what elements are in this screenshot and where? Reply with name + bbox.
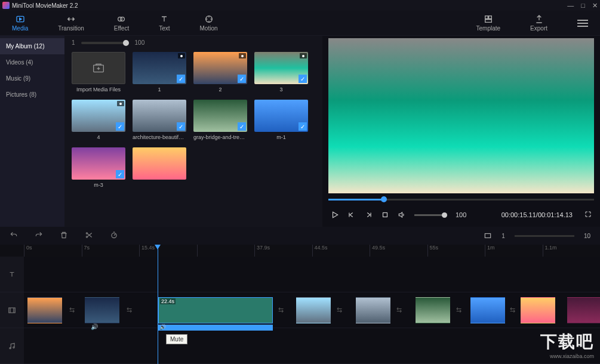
delete-button[interactable]	[60, 231, 68, 240]
volume-value: 100	[456, 211, 466, 218]
timeline-clip[interactable]	[85, 297, 119, 323]
media-thumb[interactable]: ✓	[72, 147, 125, 180]
tab-transition[interactable]: Transition	[58, 14, 84, 32]
timeline-clip[interactable]	[296, 297, 331, 323]
check-icon: ✓	[299, 75, 307, 83]
undo-button[interactable]	[10, 231, 18, 240]
ruler-mark: 55s	[427, 245, 485, 257]
transition-slot[interactable]: ⇆	[506, 297, 518, 323]
svg-rect-8	[383, 213, 387, 217]
sidebar-item-pictures[interactable]: Pictures (8)	[0, 87, 64, 103]
media-grid: Import Media Files ✓1 ✓2 ✓3 ✓4 ✓architec…	[64, 50, 322, 227]
next-frame-button[interactable]	[364, 211, 373, 219]
transition-slot[interactable]: ⇆	[333, 297, 345, 323]
transition-slot[interactable]: ⇆	[453, 297, 464, 323]
check-icon: ✓	[299, 122, 307, 131]
media-label: 2	[219, 87, 221, 92]
tab-text[interactable]: Text	[159, 14, 170, 32]
sidebar-item-myalbum[interactable]: My Album (12)	[0, 38, 64, 54]
timecode: 00:00:15.11/00:01:14.13	[501, 211, 573, 218]
timeline-clip[interactable]	[416, 297, 450, 323]
import-media-button[interactable]	[72, 52, 125, 84]
timeline-clip[interactable]	[567, 297, 600, 323]
tab-effect[interactable]: Effect	[114, 14, 129, 32]
preview-screen[interactable]	[328, 38, 594, 193]
transition-slot[interactable]: ⇆	[66, 297, 78, 323]
volume-slider[interactable]	[414, 214, 447, 216]
text-track-label	[0, 257, 24, 292]
minimize-button[interactable]: —	[567, 2, 574, 10]
check-icon: ✓	[116, 122, 124, 131]
stop-button[interactable]	[381, 211, 389, 219]
tab-motion[interactable]: Motion	[200, 14, 218, 32]
timeline-tracks[interactable]: ⇆ 🔊 ⇆ 22.4s 🔊 Mute ⇆ ⇆ ⇆ ⇆ ⇆	[24, 257, 600, 364]
svg-point-10	[86, 236, 87, 237]
video-track-label	[0, 292, 24, 328]
ruler-mark: 1m	[485, 245, 543, 257]
fit-button[interactable]	[484, 232, 492, 240]
timeline-clip[interactable]	[470, 297, 505, 323]
media-thumb[interactable]: ✓	[254, 100, 308, 132]
transition-slot[interactable]: ⇆	[123, 297, 135, 323]
timeline-zoom-slider[interactable]	[515, 235, 574, 237]
media-thumb[interactable]: ✓	[193, 100, 247, 132]
media-thumb[interactable]	[133, 147, 186, 180]
media-icon	[16, 14, 25, 24]
media-thumb[interactable]: ✓	[72, 100, 125, 132]
timeline-clip[interactable]	[356, 297, 390, 323]
media-label: architecture-beautiful...	[133, 134, 186, 140]
svg-point-9	[86, 233, 87, 234]
redo-button[interactable]	[35, 231, 43, 240]
svg-rect-4	[485, 16, 488, 19]
media-thumb[interactable]: ✓	[193, 52, 247, 84]
media-thumb[interactable]: ✓	[254, 52, 308, 84]
menu-button[interactable]	[577, 20, 588, 27]
media-zoom-min: 1	[72, 39, 75, 46]
transition-slot[interactable]: ⇆	[275, 297, 287, 323]
sidebar: My Album (12) Videos (4) Music (9) Pictu…	[0, 36, 64, 227]
timeline-ruler[interactable]: 0s 7s 15.4s 37.9s 44.5s 49.5s 55s 1m 1.1…	[0, 245, 600, 257]
check-icon: ✓	[238, 75, 246, 83]
app-logo	[2, 2, 10, 9]
transition-slot[interactable]: ⇆	[393, 297, 405, 323]
tab-media[interactable]: Media	[12, 14, 28, 32]
ruler-mark: 44.5s	[312, 245, 370, 257]
timeline-clip[interactable]	[27, 297, 62, 323]
timeline-panel: 1 10 0s 7s 15.4s 37.9s 44.5s 49.5s 55s 1…	[0, 227, 600, 364]
playhead[interactable]	[158, 245, 158, 364]
tab-text-label: Text	[159, 25, 170, 32]
import-label: Import Media Files	[76, 87, 121, 92]
sidebar-item-videos[interactable]: Videos (4)	[0, 54, 64, 70]
tab-transition-label: Transition	[58, 25, 84, 32]
media-thumb[interactable]: ✓	[133, 52, 186, 84]
media-thumb[interactable]: ✓	[133, 100, 186, 132]
play-button[interactable]	[331, 211, 339, 219]
video-track[interactable]: ⇆ 🔊 ⇆ 22.4s 🔊 Mute ⇆ ⇆ ⇆ ⇆ ⇆	[24, 292, 600, 328]
tl-zoom-max: 10	[584, 233, 590, 239]
media-label: 3	[279, 87, 282, 92]
sidebar-item-music[interactable]: Music (9)	[0, 70, 64, 87]
check-icon: ✓	[177, 122, 185, 131]
split-button[interactable]	[85, 231, 93, 240]
close-button[interactable]: ✕	[592, 2, 598, 10]
media-zoom-slider[interactable]	[81, 42, 129, 44]
tab-template[interactable]: Template	[476, 14, 501, 32]
ruler-mark: 37.9s	[254, 245, 312, 257]
tab-template-label: Template	[476, 25, 501, 32]
tab-export[interactable]: Export	[530, 14, 547, 32]
media-label: m-3	[94, 182, 103, 188]
timeline-clip[interactable]	[521, 297, 555, 323]
timeline-clip-selected[interactable]: 22.4s	[158, 297, 273, 323]
audio-track[interactable]	[24, 328, 600, 364]
speed-button[interactable]	[110, 231, 118, 240]
ruler-mark: 1.1m	[543, 245, 601, 257]
tab-export-label: Export	[530, 25, 547, 32]
media-zoom-max: 100	[135, 39, 145, 46]
template-icon	[484, 14, 493, 24]
fullscreen-button[interactable]	[584, 211, 592, 219]
maximize-button[interactable]: □	[581, 2, 585, 10]
volume-button[interactable]	[398, 211, 406, 219]
text-track[interactable]	[24, 257, 600, 292]
prev-frame-button[interactable]	[347, 211, 356, 219]
seek-slider[interactable]	[328, 199, 594, 200]
